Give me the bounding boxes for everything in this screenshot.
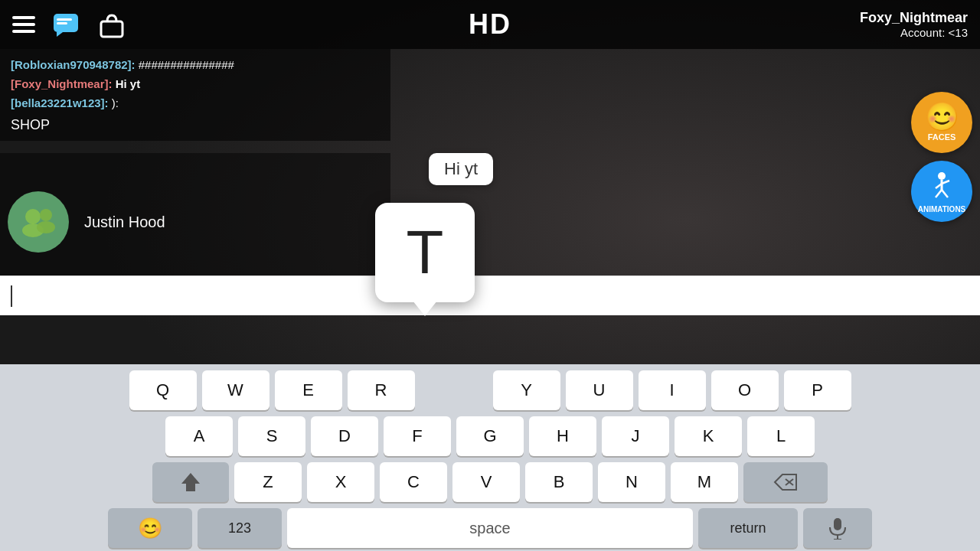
key-E[interactable]: E [275,370,342,410]
svg-point-9 [938,172,946,180]
keyboard-row-3: Z X C V B N M [3,462,977,502]
key-P[interactable]: P [784,370,851,410]
menu-button[interactable] [12,16,35,33]
animations-icon [925,170,959,204]
key-popup-letter: T [375,203,475,302]
svg-rect-18 [834,518,841,530]
key-R[interactable]: R [348,370,415,410]
key-H[interactable]: H [529,416,596,456]
chat-line-1: [Robloxian970948782]: ############### [11,57,380,73]
hd-logo: HD [469,8,511,40]
svg-line-13 [936,190,942,197]
text-cursor [11,285,12,307]
key-Q[interactable]: Q [129,370,197,410]
bag-button[interactable] [96,9,127,40]
speech-bubble: Hi yt [429,153,493,185]
account-display: Account: <13 [900,26,968,39]
shop-label: SHOP [11,117,380,133]
character-avatar [8,191,69,253]
key-Z[interactable]: Z [234,462,302,502]
characters-panel[interactable]: Justin Hood CHARACTERS [0,153,390,291]
chat-text-1: ############### [139,58,234,71]
chat-text-3: ): [112,96,119,109]
character-name: Justin Hood [84,214,165,231]
svg-marker-15 [181,473,200,491]
keyboard-row-1: Q W E R Y U I O P [3,370,977,410]
faces-button[interactable]: 😊 FACES [911,92,972,153]
faces-icon: 😊 [925,103,959,131]
top-bar: HD Foxy_Nightmear Account: <13 [0,0,980,49]
space-key[interactable]: space [287,508,693,548]
emoji-key[interactable]: 😊 [108,508,192,548]
animations-label: ANIMATIONS [918,205,966,214]
backspace-key[interactable] [743,462,828,502]
key-V[interactable]: V [452,462,520,502]
key-G[interactable]: G [456,416,524,456]
key-C[interactable]: C [380,462,447,502]
text-input-field[interactable] [0,276,980,315]
svg-point-7 [40,209,52,221]
key-J[interactable]: J [602,416,669,456]
chat-panel: [Robloxian970948782]: ############### [F… [0,49,390,141]
svg-rect-1 [57,18,72,21]
svg-point-5 [25,209,41,224]
key-A[interactable]: A [165,416,233,456]
key-F[interactable]: F [384,416,451,456]
key-S[interactable]: S [238,416,305,456]
svg-line-14 [942,190,948,197]
keyboard-row-2: A S D F G H J K L [3,416,977,456]
key-D[interactable]: D [311,416,378,456]
key-L[interactable]: L [747,416,815,456]
key-O[interactable]: O [711,370,779,410]
chat-line-2: [Foxy_Nightmear]: Hi yt [11,76,380,92]
return-key[interactable]: return [698,508,798,548]
chat-user-2: [Foxy_Nightmear]: [11,77,113,90]
key-U[interactable]: U [566,370,633,410]
svg-rect-4 [101,21,122,37]
svg-point-8 [37,221,55,233]
svg-marker-3 [57,32,63,37]
right-buttons: 😊 FACES ANIMATIONS [911,92,972,222]
key-B[interactable]: B [525,462,593,502]
keyboard: Q W E R Y U I O P A S D F G H J K L Z X … [0,364,980,551]
chat-user-1: [Robloxian970948782]: [11,58,136,71]
username-display: Foxy_Nightmear [860,10,968,26]
key-K[interactable]: K [675,416,742,456]
chat-text-2: Hi yt [116,77,141,90]
key-W[interactable]: W [202,370,270,410]
key-Y[interactable]: Y [493,370,560,410]
faces-label: FACES [928,132,956,142]
chat-button[interactable] [51,9,81,40]
keyboard-row-bottom: 😊 123 space return [3,508,977,548]
chat-user-3: [bella23221w123]: [11,96,109,109]
key-I[interactable]: I [639,370,706,410]
animations-button[interactable]: ANIMATIONS [911,161,972,222]
key-N[interactable]: N [598,462,665,502]
mic-key[interactable] [803,508,872,548]
svg-rect-2 [57,22,67,24]
key-M[interactable]: M [671,462,738,502]
shift-key[interactable] [152,462,229,502]
num-key[interactable]: 123 [198,508,282,548]
chat-line-3: [bella23221w123]: ): [11,95,380,111]
key-X[interactable]: X [307,462,374,502]
